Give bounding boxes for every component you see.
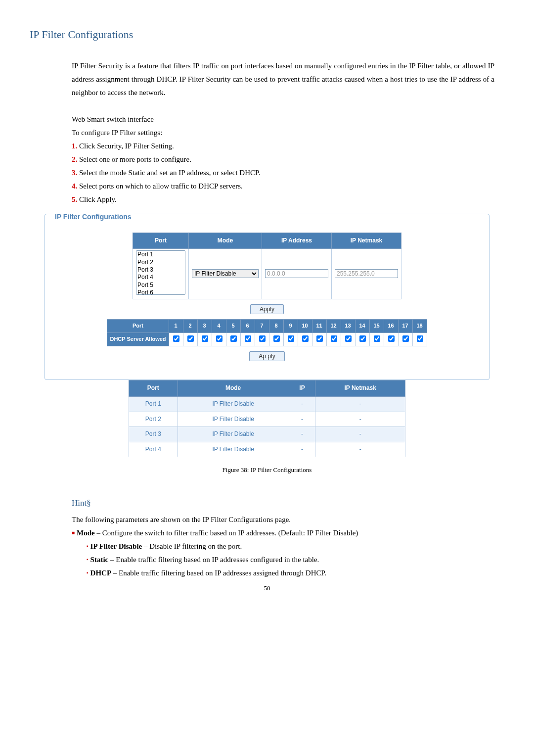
dhcp-col-12: 12: [326, 319, 341, 332]
table-row: Port 3IP Filter Disable--: [129, 427, 405, 442]
mode-select[interactable]: IP Filter Disable: [192, 269, 259, 278]
param-dhcp: ▪DHCP – Enable traffic filtering based o…: [87, 567, 504, 580]
page-title: IP Filter Configurations: [30, 25, 504, 45]
config-line: To configure IP Filter settings:: [72, 126, 494, 140]
dhcp-col-5: 5: [226, 319, 240, 332]
col-ip: IP Address: [262, 233, 332, 249]
config-fieldset: IP Filter Configurations Port Mode IP Ad…: [44, 214, 490, 380]
dhcp-checkbox-1[interactable]: [173, 335, 179, 342]
dhcp-checkbox-9[interactable]: [288, 335, 294, 342]
dhcp-col-3: 3: [197, 319, 212, 332]
dhcp-checkbox-12[interactable]: [331, 335, 337, 342]
table-row: Port 2IP Filter Disable--: [129, 412, 405, 427]
dhcp-col-6: 6: [240, 319, 255, 332]
dhcp-checkbox-8[interactable]: [273, 335, 280, 342]
param-mode: ■Mode – Configure the switch to filter t…: [72, 526, 504, 540]
step-2: 2. Select one or more ports to configure…: [72, 153, 504, 166]
dhcp-col-1: 1: [169, 319, 183, 332]
dhcp-checkbox-2[interactable]: [187, 335, 194, 342]
dhcp-col-18: 18: [412, 319, 427, 332]
dhcp-col-11: 11: [312, 319, 326, 332]
port-select[interactable]: Port 1 Port 2 Port 3 Port 4 Port 5 Port …: [136, 250, 185, 295]
col-mode: Mode: [189, 233, 262, 249]
dhcp-checkbox-6[interactable]: [245, 335, 251, 342]
config-table: Port Mode IP Address IP Netmask Port 1 P…: [133, 233, 401, 299]
dhcp-checkbox-14[interactable]: [359, 335, 366, 342]
hint-title: Hint§: [72, 496, 504, 511]
step-1: 1. Click Security, IP Filter Setting.: [72, 140, 504, 153]
dhcp-col-16: 16: [384, 319, 398, 332]
col-port: Port: [133, 233, 189, 249]
figure-caption: Figure 38: IP Filter Configurations: [30, 464, 504, 475]
dhcp-table: Port 1 2 3 4 5 6 7 8 9 10 11 12 13 14 15…: [107, 319, 427, 347]
status-col-mask: IP Netmask: [315, 380, 405, 397]
apply-button-2[interactable]: Ap ply: [249, 351, 284, 361]
step-4: 4. Select ports on which to allow traffi…: [72, 180, 504, 193]
dhcp-checkbox-5[interactable]: [230, 335, 237, 342]
dhcp-checkbox-13[interactable]: [345, 335, 352, 342]
step-5: 5. Click Apply.: [72, 193, 504, 206]
dhcp-checkbox-10[interactable]: [302, 335, 309, 342]
dhcp-checkbox-16[interactable]: [388, 335, 395, 342]
page-number: 50: [30, 582, 504, 594]
intro-paragraph: IP Filter Security is a feature that fil…: [72, 59, 494, 99]
dhcp-checkbox-4[interactable]: [216, 335, 222, 342]
step-3: 3. Select the mode Static and set an IP …: [72, 166, 504, 180]
dhcp-col-9: 9: [283, 319, 298, 332]
dhcp-row-label: DHCP Server Allowed: [107, 332, 169, 346]
fieldset-legend: IP Filter Configurations: [52, 213, 134, 221]
table-row: Port 1IP Filter Disable--: [129, 396, 405, 412]
dhcp-col-7: 7: [255, 319, 269, 332]
status-col-mode: Mode: [178, 380, 289, 397]
param-disable: ▪IP Filter Disable – Disable IP filterin…: [87, 540, 504, 553]
status-table: Port Mode IP IP Netmask Port 1IP Filter …: [129, 380, 405, 457]
status-col-ip: IP: [289, 380, 315, 397]
col-mask: IP Netmask: [332, 233, 401, 249]
dhcp-col-14: 14: [355, 319, 369, 332]
interface-line: Web Smart switch interface: [72, 113, 494, 126]
ip-netmask-input[interactable]: [335, 269, 398, 278]
dhcp-col-13: 13: [341, 319, 355, 332]
dhcp-col-8: 8: [269, 319, 283, 332]
ip-address-input[interactable]: [265, 269, 328, 278]
dhcp-checkbox-11[interactable]: [316, 335, 323, 342]
dhcp-col-2: 2: [183, 319, 197, 332]
dhcp-checkbox-7[interactable]: [259, 335, 266, 342]
status-col-port: Port: [129, 380, 178, 397]
dhcp-col-17: 17: [398, 319, 412, 332]
dhcp-col-4: 4: [212, 319, 226, 332]
dhcp-col-10: 10: [298, 319, 312, 332]
apply-button[interactable]: Apply: [250, 304, 284, 314]
table-row: Port 4IP Filter Disable--: [129, 442, 405, 457]
dhcp-checkbox-18[interactable]: [417, 335, 423, 342]
dhcp-port-header: Port: [107, 319, 169, 332]
hint-intro: The following parameters are shown on th…: [72, 513, 504, 526]
dhcp-checkbox-17[interactable]: [402, 335, 409, 342]
dhcp-col-15: 15: [369, 319, 384, 332]
dhcp-checkbox-15[interactable]: [374, 335, 380, 342]
dhcp-checkbox-3[interactable]: [202, 335, 208, 342]
param-static: ▪Static – Enable traffic filtering based…: [87, 553, 504, 567]
